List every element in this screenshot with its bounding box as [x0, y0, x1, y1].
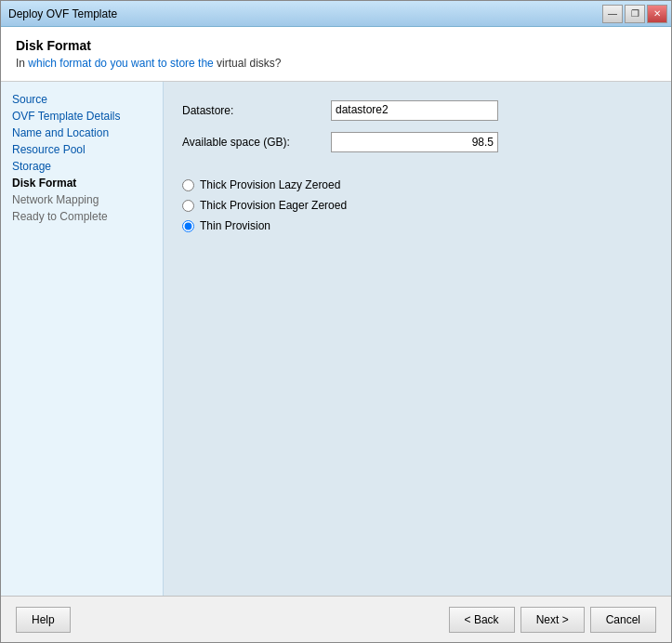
restore-button[interactable]: ❐ — [625, 5, 645, 23]
radio-thick-lazy[interactable]: Thick Provision Lazy Zeroed — [182, 178, 652, 191]
sidebar-item-name-and-location[interactable]: Name and Location — [1, 125, 163, 141]
header-section: Disk Format In which format do you want … — [1, 27, 671, 82]
main-window: Deploy OVF Template — ❐ ✕ Disk Format In… — [0, 0, 672, 643]
cancel-button[interactable]: Cancel — [590, 607, 656, 633]
radio-thick-eager[interactable]: Thick Provision Eager Zeroed — [182, 199, 652, 212]
content-area: Datastore: datastore2 Available space (G… — [164, 82, 671, 596]
page-title: Disk Format — [16, 38, 656, 53]
subtitle-link: which format do you want to store the — [28, 57, 213, 70]
window-title: Deploy OVF Template — [8, 7, 117, 20]
available-space-value: 98.5 — [331, 132, 498, 152]
page-subtitle: In which format do you want to store the… — [16, 57, 656, 70]
datastore-row: Datastore: datastore2 — [182, 100, 652, 121]
subtitle-suffix: virtual disks? — [214, 57, 282, 70]
sidebar-item-source[interactable]: Source — [1, 91, 163, 108]
radio-thick-eager-label: Thick Provision Eager Zeroed — [200, 199, 347, 212]
main-content: Source OVF Template Details Name and Loc… — [1, 82, 671, 596]
radio-thick-lazy-label: Thick Provision Lazy Zeroed — [200, 178, 340, 191]
datastore-label: Datastore: — [182, 104, 331, 117]
minimize-button[interactable]: — — [602, 5, 623, 23]
subtitle-prefix: In — [16, 57, 28, 70]
radio-thin[interactable]: Thin Provision — [182, 219, 652, 232]
available-space-label: Available space (GB): — [182, 136, 331, 149]
disk-format-options: Thick Provision Lazy Zeroed Thick Provis… — [182, 178, 652, 232]
next-button[interactable]: Next > — [520, 607, 585, 633]
radio-thin-label: Thin Provision — [200, 219, 270, 232]
sidebar-item-ready-to-complete: Ready to Complete — [1, 208, 163, 225]
help-button[interactable]: Help — [16, 607, 71, 633]
sidebar-item-resource-pool[interactable]: Resource Pool — [1, 141, 163, 158]
footer-left: Help — [16, 607, 71, 633]
back-button[interactable]: < Back — [449, 607, 515, 633]
radio-thick-eager-input[interactable] — [182, 200, 194, 212]
title-bar: Deploy OVF Template — ❐ ✕ — [1, 1, 671, 27]
close-button[interactable]: ✕ — [647, 5, 667, 23]
footer-right: < Back Next > Cancel — [449, 607, 656, 633]
radio-thick-lazy-input[interactable] — [182, 179, 194, 191]
sidebar-item-network-mapping: Network Mapping — [1, 191, 163, 208]
sidebar-item-storage[interactable]: Storage — [1, 158, 163, 175]
available-space-row: Available space (GB): 98.5 — [182, 132, 652, 152]
radio-thin-input[interactable] — [182, 220, 194, 232]
sidebar-item-disk-format: Disk Format — [1, 175, 163, 191]
footer: Help < Back Next > Cancel — [1, 596, 671, 642]
datastore-value: datastore2 — [331, 100, 498, 121]
sidebar-item-ovf-template-details[interactable]: OVF Template Details — [1, 108, 163, 125]
window-controls: — ❐ ✕ — [602, 5, 667, 23]
sidebar: Source OVF Template Details Name and Loc… — [1, 82, 164, 596]
